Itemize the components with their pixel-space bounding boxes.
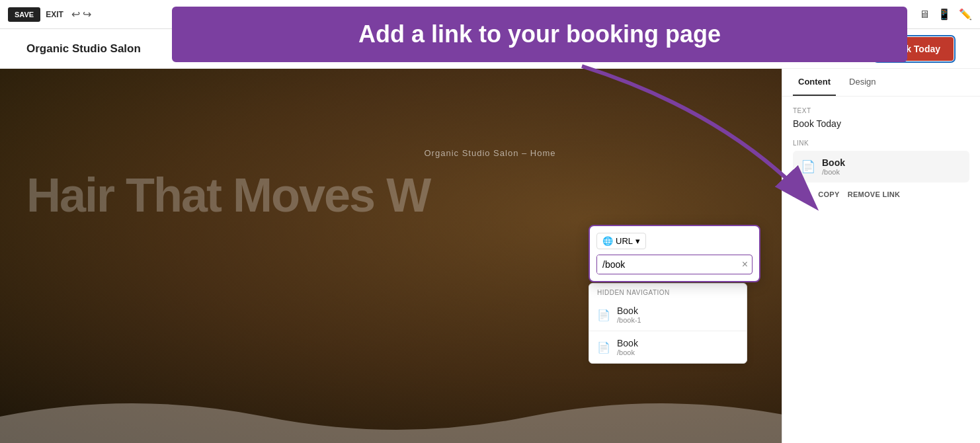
- url-input-row: ×: [596, 255, 753, 274]
- list-item[interactable]: 📄 Book /book: [589, 331, 747, 363]
- link-section: LINK 📄 Book /book EDIT COPY REMOVE LINK: [793, 140, 969, 198]
- hidden-nav-dropdown: HIDDEN NAVIGATION 📄 Book /book-1 📄 Book …: [589, 283, 747, 364]
- url-popup-header: 🌐 URL ▾: [596, 233, 753, 249]
- page-icon-2: 📄: [597, 341, 610, 354]
- link-name: Book: [822, 157, 961, 168]
- desktop-view-button[interactable]: 🖥: [919, 9, 930, 20]
- settings-button[interactable]: ✏️: [959, 8, 972, 20]
- link-page-icon: 📄: [801, 159, 815, 174]
- edit-link-button[interactable]: EDIT: [793, 190, 810, 198]
- redo-button[interactable]: ↪: [83, 8, 91, 20]
- save-button[interactable]: SAVE: [8, 7, 40, 22]
- url-type-selector[interactable]: 🌐 URL ▾: [596, 233, 646, 249]
- hero-title: Hair That Moves W: [26, 168, 430, 222]
- nav-item-title-1: Book: [617, 305, 641, 316]
- nav-item-path-1: /book-1: [617, 316, 641, 324]
- undo-button[interactable]: ↩: [71, 8, 80, 20]
- remove-link-button[interactable]: REMOVE LINK: [848, 190, 901, 198]
- panel-body: TEXT Book Today LINK 📄 Book /book EDIT C…: [782, 97, 980, 209]
- nav-item-title-2: Book: [617, 338, 638, 348]
- tab-content[interactable]: Content: [793, 69, 836, 96]
- panel-tabs: Content Design: [782, 69, 980, 97]
- url-popup: 🌐 URL ▾ ×: [589, 225, 760, 282]
- page-icon: 📄: [597, 309, 610, 321]
- text-value: Book Today: [793, 118, 969, 129]
- link-box: 📄 Book /book: [793, 151, 969, 182]
- annotation-banner: Add a link to your booking page: [172, 7, 907, 62]
- mobile-view-button[interactable]: 📱: [938, 8, 951, 20]
- globe-icon: 🌐: [602, 236, 613, 246]
- list-item[interactable]: 📄 Book /book-1: [589, 299, 747, 331]
- text-section-label: TEXT: [793, 107, 969, 114]
- hero-subtitle: Organic Studio Salon – Home: [425, 148, 556, 158]
- url-input[interactable]: [597, 255, 738, 274]
- link-path: /book: [822, 168, 961, 176]
- exit-button[interactable]: EXIT: [46, 10, 63, 19]
- link-actions: EDIT COPY REMOVE LINK: [793, 190, 969, 198]
- url-clear-button[interactable]: ×: [738, 259, 752, 270]
- chevron-down-icon: ▾: [635, 236, 640, 246]
- right-panel: Content Design TEXT Book Today LINK 📄 Bo…: [782, 69, 980, 443]
- link-section-label: LINK: [793, 140, 969, 147]
- nav-item-path-2: /book: [617, 348, 638, 356]
- toolbar-right-icons: 🖥 📱 ✏️: [919, 8, 972, 20]
- url-type-label: URL: [616, 236, 633, 246]
- copy-link-button[interactable]: COPY: [818, 190, 839, 198]
- hidden-nav-label: HIDDEN NAVIGATION: [589, 284, 747, 299]
- nav-logo: Organic Studio Salon: [26, 42, 141, 56]
- tab-design[interactable]: Design: [844, 69, 881, 96]
